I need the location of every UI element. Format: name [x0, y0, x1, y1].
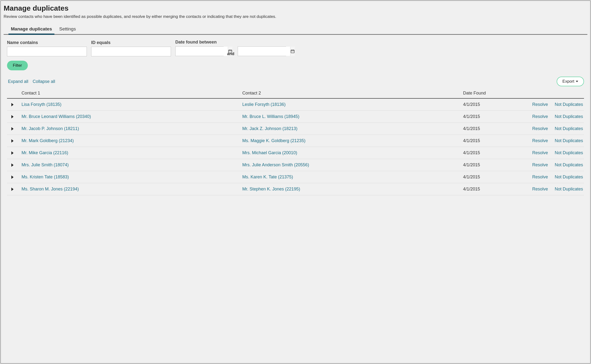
not-duplicates-link[interactable]: Not Duplicates	[555, 114, 583, 119]
contact1-link[interactable]: Mr. Jacob P. Johnson (18211)	[22, 126, 79, 131]
export-button[interactable]: Export	[557, 77, 584, 86]
date-from-field[interactable]	[175, 46, 224, 56]
date-found-label: Date found between	[175, 40, 286, 45]
contact2-link[interactable]: Ms. Karen K. Tate (21375)	[242, 175, 293, 179]
contact2-link[interactable]: Mr. Bruce L. Williams (18945)	[242, 114, 299, 119]
contact2-link[interactable]: Mrs. Michael Garcia (20010)	[242, 150, 297, 155]
collapse-all-link[interactable]: Collapse all	[33, 79, 55, 84]
id-equals-label: ID equals	[91, 40, 171, 45]
chevron-down-icon	[576, 81, 578, 82]
expand-row-icon[interactable]	[11, 163, 14, 167]
name-contains-label: Name contains	[7, 40, 87, 45]
date-to-input[interactable]	[238, 47, 290, 56]
resolve-link[interactable]: Resolve	[532, 126, 548, 131]
tabs: Manage duplicates Settings	[4, 24, 587, 35]
col-contact2: Contact 2	[242, 91, 463, 96]
contact2-link[interactable]: Mr. Stephen K. Jones (22195)	[242, 187, 300, 191]
expand-row-icon[interactable]	[11, 188, 14, 191]
page-title: Manage duplicates	[4, 4, 587, 12]
filter-area: Name contains ID equals Date found betwe…	[4, 35, 587, 73]
contact1-link[interactable]: Mr. Bruce Leonard Williams (20340)	[22, 114, 91, 119]
duplicates-table: Contact 1 Contact 2 Date Found Lisa Fors…	[4, 88, 587, 195]
export-label: Export	[562, 79, 574, 84]
contact2-link[interactable]: Leslie Forsyth (18136)	[242, 102, 286, 107]
contact2-link[interactable]: Mr. Jack Z. Johnson (18213)	[242, 126, 297, 131]
toolbar: Expand all Collapse all Export	[4, 73, 587, 88]
date-found-value: 4/1/2015	[463, 175, 531, 180]
resolve-link[interactable]: Resolve	[532, 114, 548, 119]
date-from-input[interactable]	[176, 47, 228, 56]
table-row: Ms. Kristen Tate (18583)Ms. Karen K. Tat…	[7, 171, 584, 183]
date-and-label: and	[227, 51, 234, 56]
not-duplicates-link[interactable]: Not Duplicates	[555, 102, 583, 107]
col-contact1: Contact 1	[22, 91, 242, 96]
date-to-field[interactable]	[238, 46, 286, 56]
contact1-link[interactable]: Ms. Sharon M. Jones (22194)	[22, 187, 79, 191]
table-row: Mr. Mike Garcia (22116)Mrs. Michael Garc…	[7, 147, 584, 159]
contact2-link[interactable]: Ms. Maggie K. Goldberg (21235)	[242, 138, 305, 143]
contact1-link[interactable]: Ms. Kristen Tate (18583)	[22, 175, 69, 179]
table-row: Mrs. Julie Smith (18074)Mrs. Julie Ander…	[7, 159, 584, 171]
table-row: Ms. Sharon M. Jones (22194)Mr. Stephen K…	[7, 183, 584, 195]
not-duplicates-link[interactable]: Not Duplicates	[555, 126, 583, 131]
date-found-value: 4/1/2015	[463, 187, 531, 192]
contact1-link[interactable]: Mr. Mark Goldberg (21234)	[22, 138, 74, 143]
expand-row-icon[interactable]	[11, 139, 14, 143]
resolve-link[interactable]: Resolve	[532, 150, 548, 155]
name-contains-input[interactable]	[7, 47, 87, 56]
date-found-value: 4/1/2015	[463, 114, 531, 119]
table-row: Mr. Jacob P. Johnson (18211)Mr. Jack Z. …	[7, 123, 584, 135]
date-found-value: 4/1/2015	[463, 138, 531, 143]
not-duplicates-link[interactable]: Not Duplicates	[555, 150, 583, 155]
app-frame: Manage duplicates Review contacts who ha…	[0, 0, 591, 364]
resolve-link[interactable]: Resolve	[532, 175, 548, 180]
table-row: Lisa Forsyth (18135)Leslie Forsyth (1813…	[7, 99, 584, 111]
contact1-link[interactable]: Lisa Forsyth (18135)	[22, 102, 61, 107]
resolve-link[interactable]: Resolve	[532, 102, 548, 107]
filter-button[interactable]: Filter	[7, 61, 28, 70]
tab-settings[interactable]: Settings	[59, 24, 76, 34]
resolve-link[interactable]: Resolve	[532, 162, 548, 167]
id-equals-input[interactable]	[91, 47, 171, 56]
expand-row-icon[interactable]	[11, 127, 14, 131]
page-subtitle: Review contacts who have been identified…	[4, 14, 587, 19]
expand-row-icon[interactable]	[11, 151, 14, 155]
expand-row-icon[interactable]	[11, 175, 14, 179]
expand-all-link[interactable]: Expand all	[8, 79, 28, 84]
col-date-found: Date Found	[463, 91, 531, 96]
date-found-value: 4/1/2015	[463, 102, 531, 107]
table-row: Mr. Mark Goldberg (21234)Ms. Maggie K. G…	[7, 135, 584, 147]
not-duplicates-link[interactable]: Not Duplicates	[555, 187, 583, 192]
contact2-link[interactable]: Mrs. Julie Anderson Smith (20556)	[242, 162, 309, 167]
contact1-link[interactable]: Mrs. Julie Smith (18074)	[22, 162, 69, 167]
svg-rect-4	[291, 50, 294, 53]
table-row: Mr. Bruce Leonard Williams (20340)Mr. Br…	[7, 111, 584, 123]
date-found-value: 4/1/2015	[463, 150, 531, 155]
resolve-link[interactable]: Resolve	[532, 187, 548, 192]
not-duplicates-link[interactable]: Not Duplicates	[555, 162, 583, 167]
calendar-icon[interactable]	[290, 47, 295, 56]
table-header: Contact 1 Contact 2 Date Found	[7, 88, 584, 99]
resolve-link[interactable]: Resolve	[532, 138, 548, 143]
expand-row-icon[interactable]	[11, 115, 14, 118]
date-found-value: 4/1/2015	[463, 162, 531, 167]
expand-row-icon[interactable]	[11, 103, 14, 106]
not-duplicates-link[interactable]: Not Duplicates	[555, 138, 583, 143]
contact1-link[interactable]: Mr. Mike Garcia (22116)	[22, 150, 68, 155]
not-duplicates-link[interactable]: Not Duplicates	[555, 175, 583, 180]
tab-manage-duplicates[interactable]: Manage duplicates	[11, 24, 52, 34]
date-found-value: 4/1/2015	[463, 126, 531, 131]
